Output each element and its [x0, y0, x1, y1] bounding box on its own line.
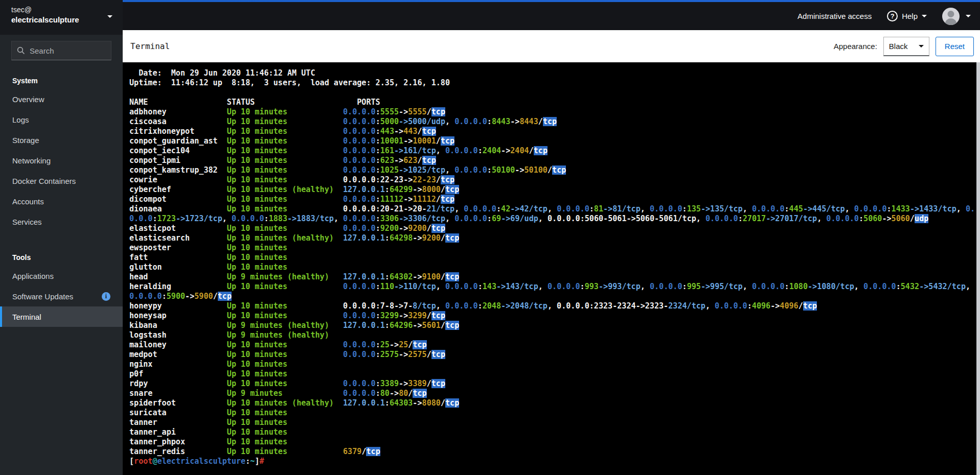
sidebar-item-label: Applications — [12, 272, 54, 280]
terminal-line: cowrie Up 10 minutes 0.0.0.0:22-23->22-2… — [129, 175, 980, 185]
terminal-toolbar: Terminal Appearance: Black Reset — [123, 30, 980, 62]
chevron-down-icon — [107, 15, 112, 18]
search-input[interactable] — [30, 46, 101, 55]
terminal-line — [129, 88, 980, 98]
terminal-line: dionaea Up 10 minutes 0.0.0.0:20-21->20-… — [129, 204, 980, 214]
terminal-line: Date: Mon 29 Jun 2020 11:46:12 AM UTC — [129, 68, 980, 78]
terminal-line: head Up 9 minutes (healthy) 127.0.0.1:64… — [129, 272, 980, 282]
sidebar-item-networking[interactable]: Networking — [0, 150, 123, 171]
sidebar-item-logs[interactable]: Logs — [0, 109, 123, 130]
sidebar-item-applications[interactable]: Applications — [0, 266, 123, 286]
terminal-line: nginx Up 10 minutes — [129, 360, 980, 369]
sidebar-section-title: System — [0, 69, 123, 88]
terminal-line: NAME STATUS PORTS — [129, 98, 980, 107]
terminal-line: conpot_iec104 Up 10 minutes 0.0.0.0:161-… — [129, 146, 980, 156]
terminal-line: honeysap Up 10 minutes 0.0.0.0:3299->329… — [129, 311, 980, 321]
terminal-line: medpot Up 10 minutes 0.0.0.0:2575->2575/… — [129, 350, 980, 360]
terminal-line: mailoney Up 10 minutes 0.0.0.0:25->25/tc… — [129, 340, 980, 350]
terminal-line: heralding Up 10 minutes 0.0.0.0:110->110… — [129, 282, 980, 292]
sidebar-item-label: Storage — [12, 136, 39, 145]
terminal-output[interactable]: Date: Mon 29 Jun 2020 11:46:12 AM UTCUpt… — [123, 62, 980, 475]
administrative-access-button[interactable]: Administrative access — [797, 12, 872, 20]
terminal-line: 0.0.0:1723->1723/tcp, 0.0.0.0:1883->1883… — [129, 214, 980, 224]
terminal-line: snare Up 9 minutes 0.0.0.0:80->80/tcp — [129, 389, 980, 398]
terminal-line: suricata Up 10 minutes — [129, 408, 980, 418]
terminal-line: tanner_redis Up 10 minutes 6379/tcp — [129, 447, 980, 457]
help-label: Help — [902, 12, 918, 20]
terminal-line: conpot_ipmi Up 10 minutes 0.0.0.0:623->6… — [129, 156, 980, 165]
terminal-line: conpot_kamstrup_382 Up 10 minutes 0.0.0.… — [129, 165, 980, 175]
info-icon[interactable]: i — [102, 292, 110, 301]
reset-button[interactable]: Reset — [936, 37, 974, 56]
hostname: electricalsculpture — [11, 15, 111, 25]
terminal-line: tanner_phpox Up 10 minutes — [129, 437, 980, 447]
terminal-line: glutton Up 10 minutes — [129, 263, 980, 272]
sidebar-item-label: Docker Containers — [12, 177, 76, 185]
terminal-line: conpot_guardian_ast Up 10 minutes 0.0.0.… — [129, 136, 980, 146]
chevron-down-icon — [966, 15, 971, 17]
sidebar-item-label: Logs — [12, 115, 29, 124]
sidebar-nav: SystemOverviewLogsStorageNetworkingDocke… — [0, 69, 123, 327]
terminal-line: spiderfoot Up 10 minutes (healthy) 127.0… — [129, 398, 980, 408]
sidebar-item-label: Terminal — [12, 313, 41, 321]
sidebar-item-docker-containers[interactable]: Docker Containers — [0, 171, 123, 191]
sidebar-item-label: Networking — [12, 156, 51, 165]
terminal-line: elasticsearch Up 10 minutes (healthy) 12… — [129, 233, 980, 243]
sidebar-item-label: Accounts — [12, 197, 44, 206]
username: tsec@ — [11, 5, 111, 15]
nav-section-gap — [0, 232, 123, 246]
session-menu[interactable] — [942, 8, 971, 25]
terminal-line: rdpy Up 10 minutes 0.0.0.0:3389->3389/tc… — [129, 379, 980, 389]
host-switcher[interactable]: tsec@ electricalsculpture — [0, 0, 123, 35]
terminal-line: tanner_api Up 10 minutes — [129, 428, 980, 437]
sidebar-item-label: Software Updates — [12, 292, 73, 301]
terminal-line: elasticpot Up 10 minutes 0.0.0.0:9200->9… — [129, 224, 980, 233]
terminal-line: fatt Up 10 minutes — [129, 253, 980, 263]
terminal-line: dicompot Up 10 minutes 0.0.0.0:11112->11… — [129, 195, 980, 204]
sidebar-item-storage[interactable]: Storage — [0, 130, 123, 150]
terminal-line: logstash Up 9 minutes (healthy) — [129, 330, 980, 340]
terminal-line: ewsposter Up 10 minutes — [129, 243, 980, 253]
sidebar-item-software-updates[interactable]: Software Updatesi — [0, 286, 123, 306]
terminal-scrollbar[interactable] — [976, 62, 980, 475]
terminal-line: kibana Up 9 minutes (healthy) 127.0.0.1:… — [129, 321, 980, 330]
search-icon — [17, 46, 25, 55]
terminal-line: honeypy Up 10 minutes 0.0.0.0:7-8->7-8/t… — [129, 301, 980, 311]
terminal-line: p0f Up 10 minutes — [129, 369, 980, 379]
sidebar-item-services[interactable]: Services — [0, 211, 123, 232]
page-title: Terminal — [130, 41, 170, 51]
avatar — [942, 8, 960, 25]
chevron-down-icon — [919, 45, 924, 48]
masthead: Administrative access ? Help — [123, 0, 980, 30]
help-icon: ? — [887, 11, 898, 21]
sidebar-item-label: Overview — [12, 95, 44, 104]
terminal-line: ciscoasa Up 10 minutes 0.0.0.0:5000->500… — [129, 117, 980, 127]
sidebar-section-title: Tools — [0, 246, 123, 265]
terminal-line: 0.0.0.0:5900->5900/tcp — [129, 292, 980, 301]
terminal-line: citrixhoneypot Up 10 minutes 0.0.0.0:443… — [129, 127, 980, 136]
appearance-selected-value: Black — [889, 42, 908, 51]
sidebar: tsec@ electricalsculpture SystemOverview… — [0, 0, 123, 475]
help-menu[interactable]: ? Help — [887, 11, 927, 21]
terminal-line: [root@electricalsculpture:~]# — [129, 457, 980, 466]
terminal-line: tanner Up 10 minutes — [129, 418, 980, 428]
appearance-select[interactable]: Black — [883, 37, 929, 56]
search-box — [11, 41, 111, 60]
terminal-line: Uptime: 11:46:12 up 8:18, 3 users, load … — [129, 78, 980, 88]
sidebar-item-accounts[interactable]: Accounts — [0, 191, 123, 211]
chevron-down-icon — [922, 15, 927, 17]
masthead-accent-bar — [123, 0, 980, 2]
sidebar-item-label: Services — [12, 218, 42, 226]
sidebar-item-terminal[interactable]: Terminal — [0, 306, 123, 327]
terminal-line: cyberchef Up 10 minutes (healthy) 127.0.… — [129, 185, 980, 195]
terminal-line: adbhoney Up 10 minutes 0.0.0.0:5555->555… — [129, 107, 980, 117]
appearance-label: Appearance: — [834, 42, 877, 51]
sidebar-item-overview[interactable]: Overview — [0, 89, 123, 109]
